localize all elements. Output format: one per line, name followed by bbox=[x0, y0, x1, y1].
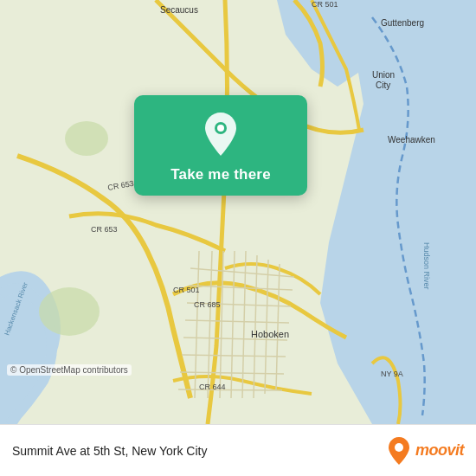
svg-point-19 bbox=[39, 287, 100, 336]
svg-text:Hoboken: Hoboken bbox=[251, 329, 289, 339]
svg-text:Weehawken: Weehawken bbox=[388, 135, 435, 145]
svg-point-20 bbox=[65, 121, 108, 156]
svg-line-18 bbox=[178, 389, 282, 390]
take-me-there-label: Take me there bbox=[170, 166, 271, 183]
svg-text:CR 653: CR 653 bbox=[91, 225, 118, 234]
take-me-there-card[interactable]: Take me there bbox=[134, 95, 307, 196]
svg-text:CR 501: CR 501 bbox=[312, 0, 338, 9]
svg-text:Hudson River: Hudson River bbox=[422, 242, 431, 290]
svg-text:Secaucus: Secaucus bbox=[160, 5, 198, 15]
map-attribution: © OpenStreetMap contributors bbox=[7, 364, 132, 376]
svg-text:Union: Union bbox=[372, 70, 395, 80]
location-label: Summit Ave at 5th St, New York City bbox=[12, 444, 207, 458]
svg-text:CR 501: CR 501 bbox=[173, 286, 200, 294]
svg-text:City: City bbox=[376, 80, 390, 90]
svg-text:Guttenberg: Guttenberg bbox=[381, 18, 424, 28]
svg-point-37 bbox=[217, 125, 224, 132]
moovit-pin-icon bbox=[387, 436, 411, 466]
moovit-logo: moovit bbox=[387, 436, 464, 466]
svg-text:CR 685: CR 685 bbox=[194, 300, 221, 309]
svg-point-38 bbox=[395, 443, 403, 452]
location-pin-icon bbox=[201, 111, 241, 158]
map-background: CR 653 CR 653 CR 685 CR 501 CR 501 NY 9A… bbox=[0, 0, 476, 424]
svg-text:CR 644: CR 644 bbox=[199, 383, 226, 391]
bottom-bar: Summit Ave at 5th St, New York City moov… bbox=[0, 424, 476, 476]
map-container: CR 653 CR 653 CR 685 CR 501 CR 501 NY 9A… bbox=[0, 0, 476, 424]
moovit-wordmark: moovit bbox=[415, 441, 464, 460]
svg-text:NY 9A: NY 9A bbox=[381, 370, 403, 378]
